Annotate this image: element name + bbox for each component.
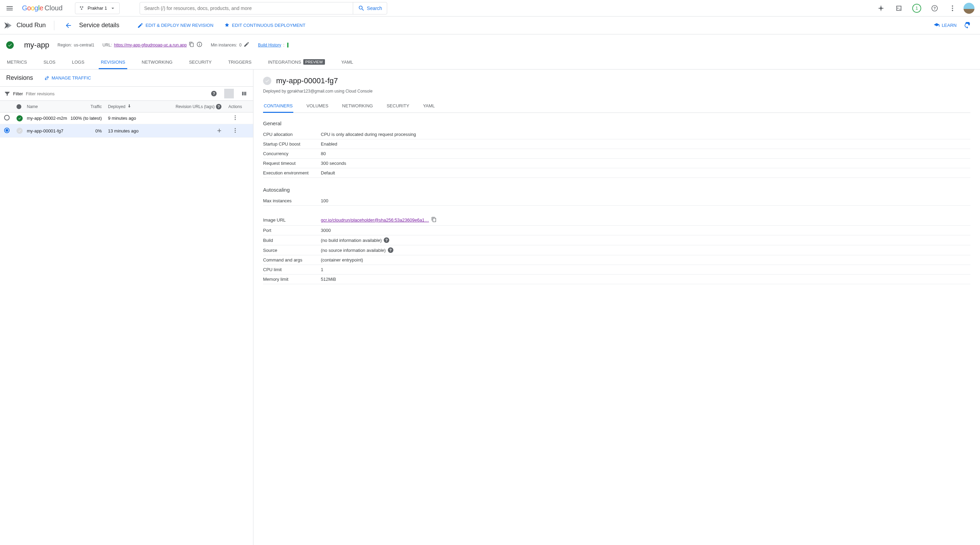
copy-url-icon[interactable] [189, 41, 194, 48]
manage-traffic-button[interactable]: MANAGE TRAFFIC [44, 75, 91, 81]
row-radio[interactable] [4, 127, 10, 133]
property-value: 1 [321, 267, 323, 272]
property-key: CPU allocation [263, 132, 321, 137]
property-row: CPU limit1 [263, 265, 970, 274]
svg-point-2 [81, 8, 82, 10]
property-value: (no build information available) [321, 238, 382, 243]
edit-cd-button[interactable]: EDIT CONTINUOUS DEPLOYMENT [221, 20, 309, 30]
cloud-shell-icon[interactable] [892, 2, 906, 15]
service-url-link[interactable]: https://my-app-gfqudrpoaq-uc.a.run.app [114, 43, 186, 48]
property-key: Execution environment [263, 171, 321, 175]
tab-logs[interactable]: LOGS [70, 56, 86, 69]
property-row: Source(no source information available)? [263, 245, 970, 255]
tab-slos[interactable]: SLOS [41, 56, 58, 69]
autoscaling-section-title: Autoscaling [263, 187, 970, 193]
copy-icon[interactable] [431, 217, 437, 223]
user-avatar[interactable] [964, 3, 975, 14]
svg-point-18 [235, 130, 236, 131]
subtab-containers[interactable]: CONTAINERS [263, 100, 293, 113]
main-menu-button[interactable] [3, 2, 16, 15]
search-button[interactable]: Search [353, 2, 387, 14]
svg-rect-12 [244, 92, 245, 96]
filter-label: Filter [13, 91, 23, 96]
row-actions-menu[interactable] [232, 129, 238, 134]
revisions-title: Revisions [6, 74, 33, 81]
urls-help-icon[interactable]: ? [216, 104, 221, 109]
project-picker[interactable]: Prakhar 1 [75, 2, 120, 14]
revision-title: my-app-00001-fg7 [276, 76, 338, 85]
divider [54, 21, 54, 30]
page-title: Service details [79, 22, 119, 29]
add-url-tag-button[interactable]: + [217, 126, 221, 135]
tab-integrations[interactable]: INTEGRATIONSPREVIEW [266, 56, 327, 69]
more-menu-icon[interactable] [946, 2, 959, 15]
property-row: Image URLgcr.io/cloudrun/placeholder@sha… [263, 215, 970, 226]
gemini-icon[interactable] [874, 2, 888, 15]
subtab-networking[interactable]: NETWORKING [342, 100, 374, 113]
property-row: Command and args(container entrypoint) [263, 255, 970, 265]
property-value: Default [321, 171, 335, 175]
revision-name: my-app-00002-m2m [27, 116, 70, 121]
tab-yaml[interactable]: YAML [339, 56, 355, 69]
property-key: Build [263, 238, 321, 243]
tab-triggers[interactable]: TRIGGERS [226, 56, 253, 69]
search-button-label: Search [367, 5, 382, 11]
col-urls[interactable]: Revision URLs (tags)? [163, 104, 221, 109]
column-selector-icon[interactable] [239, 89, 249, 99]
build-history-meta: Build History : [258, 43, 288, 48]
revision-deployed: 9 minutes ago [108, 116, 163, 121]
svg-rect-10 [199, 43, 200, 44]
col-traffic[interactable]: Traffic [70, 104, 108, 109]
filter-help-icon[interactable]: ? [209, 89, 219, 99]
svg-point-6 [952, 8, 953, 9]
tab-revisions[interactable]: REVISIONS [99, 56, 127, 69]
row-actions-menu[interactable] [232, 116, 238, 122]
revisions-table-header: Name Traffic Deployed Revision URLs (tag… [0, 101, 253, 113]
subtab-security[interactable]: SECURITY [386, 100, 410, 113]
filter-input[interactable] [26, 91, 206, 96]
property-row: Max instances100 [263, 196, 970, 206]
revision-row[interactable]: my-app-00002-m2m 100% (to latest) 9 minu… [0, 113, 253, 124]
tab-metrics[interactable]: METRICS [5, 56, 29, 69]
help-icon[interactable]: ? [388, 247, 393, 253]
col-name[interactable]: Name [27, 104, 70, 109]
back-button[interactable] [63, 20, 74, 31]
revision-row[interactable]: my-app-00001-fg7 0% 13 minutes ago + [0, 124, 253, 138]
svg-rect-9 [199, 44, 200, 46]
tab-security[interactable]: SECURITY [187, 56, 214, 69]
subtab-yaml[interactable]: YAML [422, 100, 435, 113]
property-key: Max instances [263, 198, 321, 203]
edit-deploy-label: EDIT & DEPLOY NEW REVISION [145, 23, 213, 28]
refresh-button[interactable] [960, 19, 974, 32]
manage-traffic-label: MANAGE TRAFFIC [52, 75, 91, 81]
image-url-link[interactable]: gcr.io/cloudrun/placeholder@sha256:53a23… [321, 217, 429, 223]
col-deployed[interactable]: Deployed [108, 104, 163, 109]
property-key: CPU limit [263, 267, 321, 272]
svg-point-5 [952, 5, 953, 6]
svg-rect-11 [242, 92, 243, 96]
edit-min-instances-icon[interactable] [243, 41, 250, 48]
svg-point-17 [235, 128, 236, 129]
svg-point-14 [235, 115, 236, 116]
row-radio[interactable] [4, 115, 10, 120]
url-info-icon[interactable] [196, 41, 202, 48]
tab-networking[interactable]: NETWORKING [140, 56, 175, 69]
notifications-icon[interactable]: 1 [910, 2, 924, 15]
help-icon[interactable]: ? [384, 237, 389, 243]
google-cloud-logo[interactable]: Google Cloud [19, 4, 65, 12]
property-value: (container entrypoint) [321, 257, 363, 263]
edit-cd-label: EDIT CONTINUOUS DEPLOYMENT [232, 23, 306, 28]
property-row: Startup CPU boostEnabled [263, 139, 970, 149]
project-name: Prakhar 1 [88, 5, 107, 11]
subtab-volumes[interactable]: VOLUMES [306, 100, 329, 113]
help-icon[interactable]: ? [928, 2, 942, 15]
edit-deploy-button[interactable]: EDIT & DEPLOY NEW REVISION [134, 20, 216, 30]
build-history-link[interactable]: Build History [258, 43, 281, 48]
property-value: (no source information available) [321, 248, 386, 253]
property-value: 512MiB [321, 277, 336, 282]
search-input[interactable] [140, 5, 353, 11]
learn-button[interactable]: LEARN [934, 22, 957, 29]
search-box: Search [140, 2, 387, 14]
svg-point-16 [235, 119, 236, 120]
revision-traffic: 100% (to latest) [70, 116, 108, 121]
